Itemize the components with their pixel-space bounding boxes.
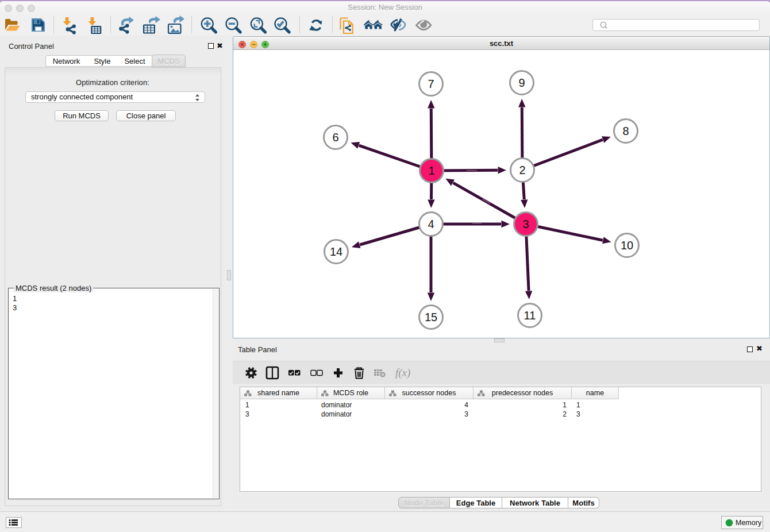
svg-text:10: 10	[621, 239, 633, 252]
svg-text:7: 7	[428, 78, 434, 90]
svg-text:15: 15	[425, 311, 437, 323]
svg-text:9: 9	[518, 76, 525, 89]
svg-text:8: 8	[622, 125, 629, 137]
svg-text:3: 3	[522, 218, 529, 230]
svg-text:1: 1	[428, 164, 434, 177]
svg-text:2: 2	[519, 164, 525, 176]
svg-text:6: 6	[332, 131, 338, 144]
svg-text:4: 4	[428, 218, 434, 230]
svg-text:f(x): f(x)	[395, 367, 410, 379]
svg-text:14: 14	[330, 245, 342, 258]
svg-text:11: 11	[524, 309, 536, 322]
